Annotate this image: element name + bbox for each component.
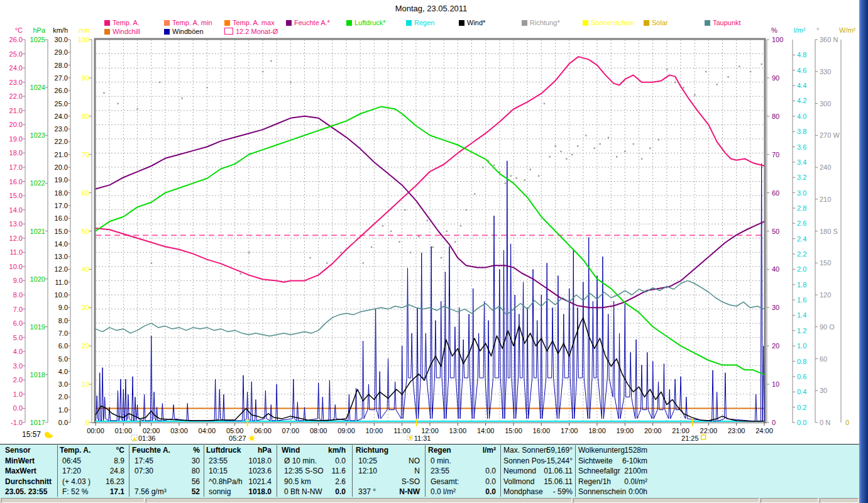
legend-swatch xyxy=(346,20,352,26)
status-bar-panel xyxy=(820,498,859,503)
svg-text:15.0: 15.0 xyxy=(9,192,23,199)
legend-label: Richtung* xyxy=(530,19,560,26)
legend-item-richtung-: Richtung* xyxy=(522,19,560,26)
legend-item-solar: Solar xyxy=(644,19,668,26)
svg-text:1.0: 1.0 xyxy=(13,390,23,398)
svg-text:2.8: 2.8 xyxy=(797,204,806,212)
cell-value: 1018.0 xyxy=(215,487,272,496)
axis-unit-hPa: hPa xyxy=(33,26,45,34)
svg-text:7.0: 7.0 xyxy=(58,329,68,337)
svg-text:20.0: 20.0 xyxy=(9,121,23,128)
svg-text:3.8: 3.8 xyxy=(797,128,806,135)
svg-text:3.0: 3.0 xyxy=(797,189,806,197)
svg-text:9.0: 9.0 xyxy=(58,304,68,311)
cell-value: 0.0 xyxy=(439,477,496,486)
legend-label: Wind* xyxy=(467,19,485,26)
row-label: MaxWert xyxy=(5,467,36,475)
svg-text:09:00: 09:00 xyxy=(338,427,355,434)
svg-text:150: 150 xyxy=(820,259,831,267)
svg-text:18:00: 18:00 xyxy=(588,427,606,434)
col-unit: l/m² xyxy=(452,446,496,455)
svg-text:22:00: 22:00 xyxy=(700,427,718,434)
svg-text:1.8: 1.8 xyxy=(797,281,806,289)
svg-text:7.0: 7.0 xyxy=(13,306,23,313)
svg-text:8.0: 8.0 xyxy=(13,291,23,299)
axis-lm2: 0.00.20.40.60.81.01.21.41.61.82.02.22.42… xyxy=(793,40,806,426)
svg-text:29.0: 29.0 xyxy=(55,48,68,56)
info-value: 15.06.11 xyxy=(529,477,573,486)
svg-text:2.6: 2.6 xyxy=(797,219,806,227)
weather-chart: -1.00.01.02.03.04.05.06.07.08.09.010.011… xyxy=(0,0,868,443)
svg-text:10.0: 10.0 xyxy=(9,263,23,270)
svg-text:1.0: 1.0 xyxy=(797,342,806,350)
svg-text:02:00: 02:00 xyxy=(143,427,160,434)
cell-value: 17.1 xyxy=(68,487,124,496)
svg-text:21.0: 21.0 xyxy=(9,107,23,114)
svg-text:17.0: 17.0 xyxy=(9,163,23,171)
svg-text:3.6: 3.6 xyxy=(797,143,806,151)
legend-label: Temp. A. xyxy=(113,19,140,26)
svg-text:14.0: 14.0 xyxy=(9,206,23,214)
svg-text:15.0: 15.0 xyxy=(55,228,68,235)
svg-text:20: 20 xyxy=(772,342,779,350)
status-bar-panel xyxy=(146,498,572,503)
table-divider xyxy=(277,445,277,497)
svg-text:60: 60 xyxy=(82,189,89,197)
info-value: 59,169° xyxy=(529,446,573,455)
legend-swatch xyxy=(164,29,170,35)
svg-text:27.0: 27.0 xyxy=(55,74,68,82)
svg-text:6.0: 6.0 xyxy=(13,319,23,327)
svg-text:11:31: 11:31 xyxy=(414,434,431,442)
svg-text:1.6: 1.6 xyxy=(797,296,806,304)
legend-swatch xyxy=(406,20,412,26)
status-bar xyxy=(0,498,859,503)
svg-text:270 W: 270 W xyxy=(820,131,840,139)
col-unit: km/h xyxy=(302,446,346,455)
legend-swatch xyxy=(224,28,233,35)
svg-text:240: 240 xyxy=(820,163,831,171)
svg-text:23:00: 23:00 xyxy=(728,427,745,434)
cell-value: NO xyxy=(363,456,420,465)
axis-min: 0102030405060708090100 xyxy=(78,36,92,426)
svg-text:8.0: 8.0 xyxy=(58,317,68,324)
col-header: Wind xyxy=(282,446,300,455)
cell-value: 16.23 xyxy=(68,477,124,486)
svg-text:3.0: 3.0 xyxy=(58,380,68,388)
status-bar-panel xyxy=(761,498,818,503)
legend-swatch xyxy=(286,20,292,26)
axis-unit-lm: l/m² xyxy=(794,26,805,34)
svg-text:28.0: 28.0 xyxy=(55,62,68,69)
svg-text:26.0: 26.0 xyxy=(55,87,68,94)
cell-value: 11.6 xyxy=(289,467,346,475)
cell-value: 0.0 xyxy=(289,456,346,465)
svg-text:30: 30 xyxy=(820,387,827,394)
axis-unit-Wm: W/m² xyxy=(839,26,855,34)
svg-text:1019: 1019 xyxy=(30,323,45,331)
legend-label: Windböen xyxy=(172,28,204,35)
svg-text:25.0: 25.0 xyxy=(55,100,68,108)
cell-value: 1021.4 xyxy=(215,477,272,486)
legend-item-windchill: Windchill xyxy=(104,28,140,35)
svg-text:2.4: 2.4 xyxy=(797,235,806,243)
svg-text:12.0: 12.0 xyxy=(55,265,68,273)
cell-value: 0.0 xyxy=(289,487,346,496)
svg-text:4.0: 4.0 xyxy=(58,368,68,375)
svg-text:90 O: 90 O xyxy=(820,323,835,331)
svg-text:19.0: 19.0 xyxy=(9,135,23,143)
svg-text:11.0: 11.0 xyxy=(9,248,23,256)
svg-text:2.0: 2.0 xyxy=(58,393,68,401)
legend-label: Taupunkt xyxy=(713,19,741,26)
axis-pct: 0102030405060708090100 xyxy=(767,36,783,426)
svg-text:19.0: 19.0 xyxy=(55,176,68,184)
cell-value: 56 xyxy=(143,477,200,486)
axis-hpa: 101710181019102010211022102310241025 xyxy=(30,36,48,426)
svg-text:4.6: 4.6 xyxy=(797,67,806,74)
svg-text:1.2: 1.2 xyxy=(797,327,806,334)
svg-text:50: 50 xyxy=(82,228,89,235)
svg-text:12:00: 12:00 xyxy=(421,427,439,434)
svg-text:0 N: 0 N xyxy=(820,419,830,426)
day-length: 15:57 xyxy=(22,430,53,439)
status-bar-panel xyxy=(1,498,145,503)
svg-text:1020: 1020 xyxy=(30,275,45,283)
legend-swatch xyxy=(644,20,649,26)
